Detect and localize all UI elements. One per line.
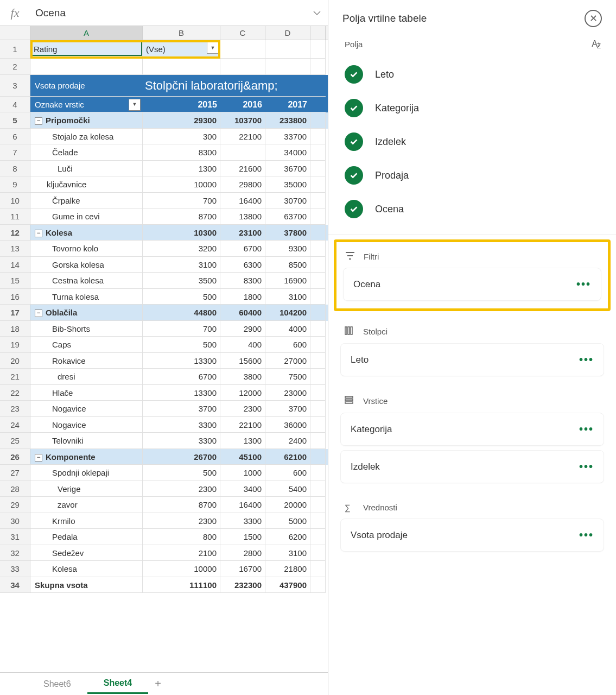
row-header[interactable]: 23 <box>0 401 30 417</box>
row-labels-dropdown-icon[interactable]: ▼ <box>129 99 141 111</box>
row-header[interactable]: 33 <box>0 561 30 577</box>
row-header[interactable]: 17 <box>0 305 30 321</box>
data-cell[interactable]: 2300 <box>143 481 220 497</box>
row-label-cell[interactable]: −Kolesa <box>30 225 143 241</box>
data-cell[interactable]: 500 <box>143 289 220 305</box>
data-cell[interactable]: 3500 <box>143 273 220 289</box>
data-cell[interactable]: 1300 <box>220 433 265 449</box>
data-cell[interactable]: 2400 <box>265 433 310 449</box>
row-header[interactable]: 10 <box>0 193 30 209</box>
data-cell[interactable]: 45100 <box>220 449 265 465</box>
data-cell[interactable]: 10000 <box>143 561 220 577</box>
row-header[interactable]: 7 <box>0 144 30 161</box>
filter-pill-ocena[interactable]: Ocena ••• <box>343 268 601 301</box>
col-header-d[interactable]: D <box>265 26 310 40</box>
data-cell[interactable]: 13300 <box>143 353 220 369</box>
row-label-cell[interactable]: Čelade <box>30 144 143 161</box>
data-cell[interactable]: 300 <box>143 129 220 145</box>
data-cell[interactable]: 37800 <box>265 225 310 241</box>
data-cell[interactable]: 62100 <box>265 449 310 465</box>
data-cell[interactable]: 3100 <box>265 545 310 561</box>
data-cell[interactable]: 63700 <box>265 208 310 225</box>
row-header[interactable]: 30 <box>0 513 30 529</box>
data-cell[interactable]: 16700 <box>220 561 265 577</box>
pivot-measure-label[interactable]: Vsota prodaje <box>30 75 143 97</box>
data-cell[interactable]: 103700 <box>220 112 265 129</box>
data-cell[interactable]: 3100 <box>143 257 220 273</box>
formula-dropdown-icon[interactable] <box>306 9 328 17</box>
data-cell[interactable]: 22100 <box>220 417 265 433</box>
value-pill-vsota[interactable]: Vsota prodaje ••• <box>340 519 604 552</box>
row-label-cell[interactable]: Krmilo <box>30 513 143 529</box>
data-cell[interactable]: 6700 <box>143 369 220 385</box>
data-cell[interactable] <box>220 144 265 161</box>
row-header[interactable]: 16 <box>0 289 30 305</box>
filter-dropdown-icon[interactable]: ▼ <box>207 42 219 54</box>
row-header[interactable]: 4 <box>0 97 30 113</box>
data-cell[interactable]: 8300 <box>143 144 220 161</box>
row-labels-header[interactable]: Oznake vrstic ▼ <box>30 97 143 113</box>
row-header[interactable]: 2 <box>0 59 30 75</box>
data-cell[interactable]: 3800 <box>220 369 265 385</box>
row-label-cell[interactable]: Bib-Shorts <box>30 321 143 337</box>
data-cell[interactable]: 16400 <box>220 193 265 209</box>
data-cell[interactable]: 26700 <box>143 449 220 465</box>
data-cell[interactable]: 500 <box>143 337 220 353</box>
pivot-column-label[interactable]: Stolpčni laboratorij&amp; <box>143 75 310 97</box>
field-item[interactable]: Kategorija <box>340 91 604 125</box>
close-icon[interactable]: ✕ <box>585 10 602 27</box>
row-header[interactable]: 34 <box>0 577 30 593</box>
row-header[interactable]: 11 <box>0 208 30 225</box>
data-cell[interactable]: 2100 <box>143 545 220 561</box>
data-cell[interactable]: 60400 <box>220 305 265 321</box>
row-header[interactable]: 14 <box>0 257 30 273</box>
data-cell[interactable]: 44800 <box>143 305 220 321</box>
data-cell[interactable]: 6700 <box>220 241 265 257</box>
data-cell[interactable]: 700 <box>143 193 220 209</box>
row-header[interactable]: 9 <box>0 176 30 193</box>
data-cell[interactable]: 36700 <box>265 161 310 177</box>
row-header[interactable]: 20 <box>0 353 30 369</box>
data-cell[interactable]: 3200 <box>143 241 220 257</box>
collapse-icon[interactable]: − <box>35 309 42 317</box>
row-header[interactable]: 28 <box>0 481 30 497</box>
data-cell[interactable]: 9300 <box>265 241 310 257</box>
row-header[interactable]: 3 <box>0 75 30 97</box>
data-cell[interactable]: 21800 <box>265 561 310 577</box>
data-cell[interactable]: 1500 <box>220 529 265 545</box>
data-cell[interactable]: 2300 <box>143 513 220 529</box>
row-header[interactable]: 31 <box>0 529 30 545</box>
row-label-cell[interactable]: −Oblačila <box>30 305 143 321</box>
year-header[interactable]: 2015 <box>143 97 220 113</box>
data-cell[interactable]: 16900 <box>265 273 310 289</box>
more-icon[interactable]: ••• <box>579 460 594 473</box>
row-label-cell[interactable]: Pedala <box>30 529 143 545</box>
filter-field-cell[interactable]: Rating <box>30 40 143 59</box>
data-cell[interactable]: 23000 <box>265 385 310 401</box>
data-cell[interactable]: 20000 <box>265 497 310 513</box>
row-label-cell[interactable]: Skupna vsota <box>30 577 143 593</box>
row-header[interactable]: 1 <box>0 40 30 59</box>
row-label-cell[interactable]: Sedežev <box>30 545 143 561</box>
more-icon[interactable]: ••• <box>576 278 591 290</box>
col-header-c[interactable]: C <box>220 26 265 40</box>
row-header[interactable]: 12 <box>0 225 30 241</box>
data-cell[interactable]: 600 <box>265 337 310 353</box>
data-cell[interactable]: 4000 <box>265 321 310 337</box>
row-label-cell[interactable]: Telovniki <box>30 433 143 449</box>
data-cell[interactable]: 5400 <box>265 481 310 497</box>
collapse-icon[interactable]: − <box>35 230 42 237</box>
data-cell[interactable]: 10300 <box>143 225 220 241</box>
data-cell[interactable]: 12000 <box>220 385 265 401</box>
data-cell[interactable]: 21600 <box>220 161 265 177</box>
data-cell[interactable]: 13300 <box>143 385 220 401</box>
data-cell[interactable]: 34000 <box>265 144 310 161</box>
data-cell[interactable]: 600 <box>265 465 310 481</box>
year-header[interactable]: 2017 <box>265 97 310 113</box>
data-cell[interactable]: 500 <box>143 465 220 481</box>
collapse-icon[interactable]: − <box>35 117 42 125</box>
data-cell[interactable]: 36000 <box>265 417 310 433</box>
row-label-cell[interactable]: −Komponente <box>30 449 143 465</box>
data-cell[interactable]: 2800 <box>220 545 265 561</box>
add-sheet-button[interactable]: + <box>148 678 168 690</box>
